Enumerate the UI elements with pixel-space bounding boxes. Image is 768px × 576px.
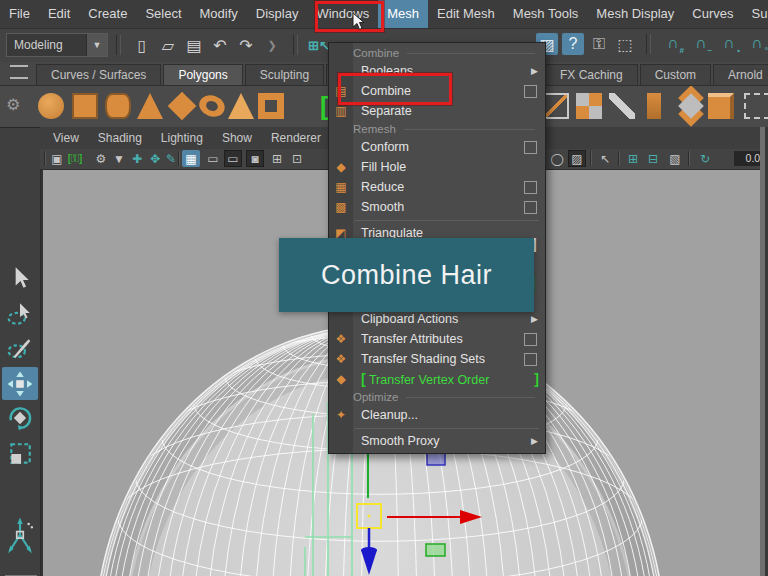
rotate-tool-icon[interactable]: [7, 405, 33, 431]
menu-mesh-display[interactable]: Mesh Display: [587, 0, 683, 28]
wireframe-on-shaded-icon[interactable]: ◯: [548, 150, 566, 167]
shelf-reduce-grid-icon[interactable]: [576, 93, 602, 119]
shelf-menu-icon[interactable]: [10, 65, 28, 79]
tab-arnold[interactable]: Arnold: [713, 64, 768, 85]
snap-to-point-icon[interactable]: ∩•: [717, 33, 741, 55]
xray-icon[interactable]: ⊞: [624, 150, 642, 167]
menu-item-fill-hole[interactable]: ◆Fill Hole: [329, 157, 545, 177]
menu-item-cleanup[interactable]: ✦Cleanup...: [329, 405, 545, 425]
group-expand-icon[interactable]: ❯: [261, 34, 283, 56]
field-chart-icon[interactable]: ⊞: [268, 150, 286, 167]
tab-fx-caching[interactable]: FX Caching: [545, 64, 638, 85]
menu-item-conform[interactable]: Conform: [329, 137, 545, 157]
camera-attributes-icon[interactable]: ⚙: [92, 150, 110, 167]
poly-pyramid-icon[interactable]: [228, 93, 254, 119]
poly-torus-icon[interactable]: [196, 92, 228, 120]
image-plane-icon[interactable]: ✚: [128, 150, 146, 167]
tab-custom[interactable]: Custom: [640, 64, 711, 85]
poly-cube-icon[interactable]: [72, 93, 98, 119]
select-hierarchy-icon[interactable]: ⊞↖: [308, 34, 330, 56]
poly-cone-icon[interactable]: [137, 93, 163, 119]
menu-mesh-tools[interactable]: Mesh Tools: [504, 0, 588, 28]
bookmark-icon[interactable]: ▼: [110, 150, 128, 167]
shelf-wire-cube-icon[interactable]: [543, 93, 569, 119]
textured-mode-icon[interactable]: ▨: [568, 150, 586, 167]
select-tool-icon[interactable]: [7, 265, 33, 291]
camera-icon[interactable]: ▣: [48, 150, 66, 167]
camera-lock-icon[interactable]: [⚿]: [66, 150, 84, 167]
menu-item-smooth[interactable]: ▩Smooth: [329, 197, 545, 217]
fill-hole-icon: ◆: [332, 160, 350, 174]
panel-menu-view[interactable]: View: [48, 131, 84, 145]
option-box[interactable]: [524, 85, 537, 98]
move-tool-icon[interactable]: [7, 371, 33, 397]
menu-set-selector[interactable]: Modeling ▼: [6, 33, 108, 57]
menu-item-transfer-vertex-order[interactable]: ◆[ Transfer Vertex Order]: [329, 369, 545, 389]
menu-item-smooth-proxy[interactable]: Smooth Proxy▶: [329, 431, 545, 451]
xray-joints-icon[interactable]: ⊟: [644, 150, 662, 167]
lock-icon[interactable]: ⚿: [588, 33, 610, 55]
option-box[interactable]: [524, 141, 537, 154]
panel-menu-shading[interactable]: Shading: [93, 131, 147, 145]
undo-icon[interactable]: ↶: [209, 34, 231, 56]
menu-item-transfer-attributes[interactable]: ❖Transfer Attributes: [329, 329, 545, 349]
isolate-select-icon[interactable]: ↖: [596, 150, 614, 167]
menu-surfaces[interactable]: Surfaces: [743, 0, 768, 28]
snap-to-projected-center-icon[interactable]: ∩°: [745, 33, 768, 55]
menu-item-clipboard-actions[interactable]: Clipboard Actions▶: [329, 309, 545, 329]
menu-mesh[interactable]: Mesh: [378, 0, 428, 28]
menu-file[interactable]: File: [0, 0, 39, 28]
safe-action-icon[interactable]: ⊡: [288, 150, 306, 167]
poly-plane-icon[interactable]: [168, 92, 197, 121]
option-box[interactable]: [524, 353, 537, 366]
gate-mask-icon[interactable]: ◙: [246, 150, 264, 167]
menu-edit-mesh[interactable]: Edit Mesh: [428, 0, 504, 28]
lasso-tool-icon[interactable]: [7, 301, 33, 327]
menu-item-transfer-shading-sets[interactable]: ❖Transfer Shading Sets: [329, 349, 545, 369]
option-box[interactable]: [524, 333, 537, 346]
scale-tool-icon[interactable]: [7, 441, 33, 467]
shelf-extrude-icon[interactable]: [647, 93, 661, 119]
tab-polygons[interactable]: Polygons: [163, 64, 242, 85]
menu-curves[interactable]: Curves: [683, 0, 742, 28]
gear-icon[interactable]: ⚙: [6, 95, 20, 114]
snap-to-grid-icon[interactable]: ∩#: [661, 33, 685, 55]
redo-icon[interactable]: ↷: [235, 34, 257, 56]
resolution-gate-icon[interactable]: ▭: [224, 150, 242, 167]
poly-pipe-icon[interactable]: [258, 93, 284, 119]
save-scene-icon[interactable]: ▤: [183, 34, 205, 56]
option-box[interactable]: [524, 181, 537, 194]
menu-edit[interactable]: Edit: [39, 0, 79, 28]
grid-toggle-icon[interactable]: ▦: [182, 150, 200, 167]
selected-face-green[interactable]: [426, 544, 445, 556]
menu-modify[interactable]: Modify: [191, 0, 247, 28]
menu-item-reduce[interactable]: ▦Reduce: [329, 177, 545, 197]
snap-to-curve-icon[interactable]: ∩~: [689, 33, 713, 55]
screen-space-ao-icon[interactable]: ▧: [666, 150, 684, 167]
poly-sphere-icon[interactable]: [38, 93, 64, 119]
chevron-down-icon[interactable]: ▼: [86, 34, 107, 56]
paint-select-tool-icon[interactable]: [7, 335, 33, 361]
transfer-attributes-icon: ❖: [332, 332, 350, 346]
exposure-icon[interactable]: ↻: [696, 150, 714, 167]
selection-mask-icon[interactable]: ⬚: [614, 33, 636, 55]
film-gate-icon[interactable]: ▭: [204, 150, 222, 167]
tab-sculpting[interactable]: Sculpting: [245, 64, 324, 85]
help-display-icon[interactable]: ?: [562, 33, 584, 55]
panel-menu-lighting[interactable]: Lighting: [156, 131, 208, 145]
option-box[interactable]: [524, 201, 537, 214]
panel-menu-renderer[interactable]: Renderer: [266, 131, 326, 145]
shelf-quad-draw-icon[interactable]: [744, 93, 768, 119]
shelf-multicut-icon[interactable]: [678, 93, 704, 119]
panel-menu-show[interactable]: Show: [217, 131, 257, 145]
transform-tool-icon[interactable]: [7, 517, 33, 557]
menu-display[interactable]: Display: [247, 0, 308, 28]
poly-cylinder-icon[interactable]: [105, 93, 131, 119]
shelf-knife-icon[interactable]: [609, 93, 635, 119]
open-scene-icon[interactable]: ▱: [157, 34, 179, 56]
menu-select[interactable]: Select: [136, 0, 190, 28]
new-scene-icon[interactable]: ▯: [131, 34, 153, 56]
tab-curves-surfaces[interactable]: Curves / Surfaces: [36, 64, 161, 85]
shelf-bevel-icon[interactable]: [708, 93, 734, 119]
menu-create[interactable]: Create: [79, 0, 136, 28]
